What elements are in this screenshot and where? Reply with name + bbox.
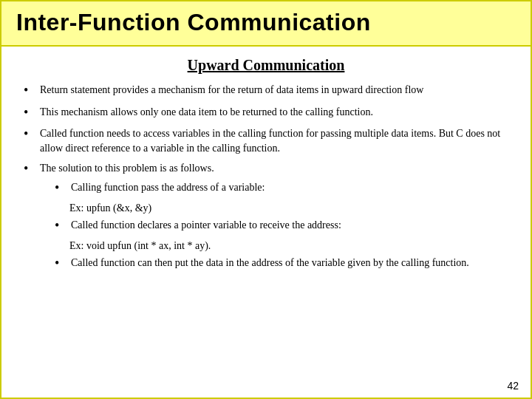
bullet-dot-4: • (24, 161, 37, 177)
sub-bullet-text-4c: Called function can then put the data in… (71, 256, 508, 270)
bullet-dot-2: • (24, 105, 37, 121)
bullet-dot-3: • (24, 126, 37, 143)
sub-bullet-text-4b: Called function declares a pointer varia… (71, 218, 508, 233)
sub-bullet-text-4a: Calling function pass the address of a v… (71, 180, 508, 195)
slide-content: Upward Communication • Return statement … (1, 47, 531, 290)
bullet-4-main: The solution to this problem is as follo… (40, 163, 214, 174)
page-number: 42 (507, 380, 519, 392)
bullet-dot-1: • (24, 83, 37, 99)
slide-header: Inter-Function Communication (1, 1, 531, 47)
example-4a: Ex: upfun (&x, &y) (69, 201, 508, 216)
sub-bullet-dot-4b: • (55, 218, 68, 234)
bullet-item-1: • Return statement provides a mechanism … (24, 83, 508, 99)
slide-title: Inter-Function Communication (16, 9, 516, 36)
example-4b: Ex: void upfun (int * ax, int * ay). (69, 239, 508, 253)
bullet-item-3: • Called function needs to access variab… (24, 126, 508, 155)
bullet-item-2: • This mechanism allows only one data it… (24, 105, 508, 121)
bullet-text-4: The solution to this problem is as follo… (40, 161, 508, 276)
sub-bullet-item-4c: • Called function can then put the data … (55, 256, 508, 272)
bullet-text-1: Return statement provides a mechanism fo… (40, 83, 508, 98)
bullet-item-4: • The solution to this problem is as fol… (24, 161, 508, 276)
sub-bullet-item-4b: • Called function declares a pointer var… (55, 218, 508, 234)
bullet-text-3: Called function needs to access variable… (40, 126, 508, 155)
slide: Inter-Function Communication Upward Comm… (0, 0, 532, 399)
sub-bullet-dot-4a: • (55, 180, 68, 197)
sub-bullet-dot-4c: • (55, 256, 68, 272)
slide-subtitle: Upward Communication (24, 57, 508, 74)
sub-bullet-item-4a: • Calling function pass the address of a… (55, 180, 508, 197)
bullet-text-2: This mechanism allows only one data item… (40, 105, 508, 120)
main-bullet-list: • Return statement provides a mechanism … (24, 83, 508, 276)
sub-bullet-list: • Calling function pass the address of a… (55, 180, 508, 272)
